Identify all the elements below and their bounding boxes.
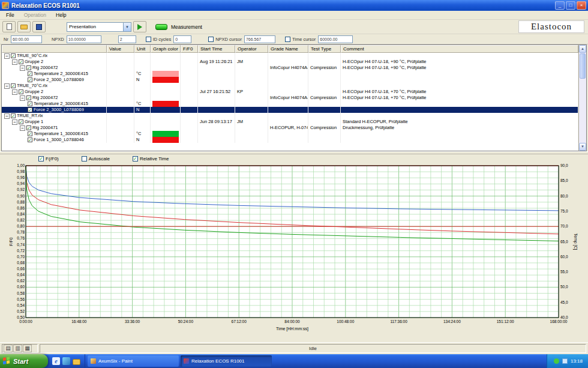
- id-cycles-input[interactable]: [173, 35, 191, 43]
- table-row[interactable]: ✓Force 2_3000_L0788069N: [2, 77, 578, 83]
- row-checkbox[interactable]: ✓: [26, 125, 31, 130]
- table-row[interactable]: −✓Rig 2000472InfoCopur H4074A-NECompress…: [2, 65, 578, 71]
- scroll-down-icon[interactable]: ▼: [579, 143, 586, 151]
- cell-comment: [341, 107, 578, 113]
- scroll-up-icon[interactable]: ▲: [579, 45, 586, 53]
- column-header[interactable]: Graph color: [151, 45, 181, 53]
- column-header[interactable]: Operator: [235, 45, 268, 53]
- menu-item-help[interactable]: Help: [51, 11, 71, 19]
- expander-icon[interactable]: −: [12, 59, 17, 65]
- column-header[interactable]: Comment: [341, 45, 578, 53]
- expander-icon[interactable]: −: [4, 113, 10, 119]
- table-row[interactable]: −✓Gruppe 2Jul 27 16:21:52KPH-ECOpur H4 0…: [2, 89, 578, 95]
- antivirus-tray-icon[interactable]: [554, 358, 559, 364]
- task-button[interactable]: AxumSix - Paint: [88, 355, 179, 367]
- start-measurement-button[interactable]: [133, 21, 146, 32]
- cell-grade: InfoCopur H4074A-NE: [268, 65, 308, 71]
- column-header[interactable]: Grade Name: [268, 45, 308, 53]
- preset-dropdown[interactable]: Presentation ▼: [67, 22, 131, 32]
- table-row[interactable]: −✓TRUE_90°C.rlx: [2, 53, 578, 59]
- small-value-input[interactable]: [118, 35, 136, 43]
- open-button[interactable]: [17, 21, 31, 32]
- network-tray-icon[interactable]: [562, 358, 568, 364]
- tree-cell: ✓Force 2_3000_L0788069: [2, 77, 107, 83]
- folder-icon[interactable]: [73, 359, 80, 365]
- row-checkbox[interactable]: ✓: [19, 89, 23, 94]
- internet-explorer-icon[interactable]: e: [52, 357, 60, 365]
- row-checkbox[interactable]: ✓: [11, 83, 16, 88]
- row-checkbox[interactable]: ✓: [26, 65, 31, 70]
- expander-icon[interactable]: −: [4, 53, 10, 59]
- npxd-cursor-checkbox[interactable]: NPXD cursor: [208, 37, 242, 42]
- row-checkbox[interactable]: ✓: [28, 77, 32, 82]
- table-row[interactable]: ✓Temperature 1_30000E415°C: [2, 131, 578, 137]
- svg-text:0,98: 0,98: [17, 169, 25, 173]
- expander-icon[interactable]: −: [20, 65, 25, 71]
- npxd-cursor-input[interactable]: [244, 35, 275, 43]
- grid-view-button[interactable]: ▦: [23, 345, 32, 352]
- column-header[interactable]: Test Type: [308, 45, 341, 53]
- task-button[interactable]: Relaxation ECOS R1001: [181, 355, 272, 367]
- table-row[interactable]: −✓Rig 2000471H-ECOPUR, H-074-UCompressio…: [2, 125, 578, 131]
- expander-icon[interactable]: −: [20, 125, 25, 131]
- row-checkbox[interactable]: ✓: [26, 95, 31, 100]
- table-row[interactable]: −✓Rig 2000472InfoCopur H4074A-NECompress…: [2, 95, 578, 101]
- expander-icon[interactable]: −: [12, 119, 17, 125]
- chart-option-autoscale[interactable]: Autoscale: [82, 156, 110, 161]
- time-cursor-input[interactable]: [318, 35, 353, 43]
- cell-start: [198, 131, 235, 137]
- table-row[interactable]: −✓Gruppe 2Aug 19 11:26:21JMH-ECOpur H4 0…: [2, 59, 578, 65]
- row-checkbox[interactable]: ✓: [19, 119, 23, 124]
- scrollbar-thumb[interactable]: [580, 53, 586, 79]
- close-button[interactable]: ×: [577, 1, 586, 10]
- row-checkbox[interactable]: ✓: [28, 107, 32, 112]
- row-checkbox[interactable]: ✓: [28, 71, 32, 76]
- cell-start: [198, 107, 235, 113]
- table-row[interactable]: −✓Gruppe 1Jun 28 09:13:17JMStandard H-EC…: [2, 119, 578, 125]
- save-button[interactable]: [32, 21, 46, 32]
- table-row[interactable]: ✓Temperature 2_30000E415°C: [2, 71, 578, 77]
- table-row[interactable]: −✓TRUE_70°C.rlx: [2, 83, 578, 89]
- chart-option-f-f0[interactable]: ✓F(/F0): [38, 156, 59, 161]
- menu-item-operation[interactable]: Operation: [19, 11, 51, 19]
- row-checkbox[interactable]: ✓: [28, 131, 32, 136]
- expander-icon[interactable]: −: [12, 89, 17, 95]
- row-checkbox[interactable]: ✓: [28, 101, 32, 106]
- minimize-button[interactable]: _: [555, 1, 565, 10]
- chart-option-relative-time[interactable]: ✓Relative Time: [133, 156, 169, 161]
- column-header[interactable]: Start Time: [198, 45, 235, 53]
- column-header[interactable]: F/F0: [181, 45, 198, 53]
- cell-grade: [268, 83, 308, 89]
- expander-icon[interactable]: −: [4, 83, 10, 89]
- table-scrollbar[interactable]: ▲ ▼: [578, 45, 586, 151]
- table-row[interactable]: ✓Temperature 2_30000E415°C: [2, 101, 578, 107]
- column-header[interactable]: Unit: [134, 45, 151, 53]
- cell-testtype: [308, 59, 341, 65]
- row-label: Gruppe 1: [25, 119, 43, 125]
- npxd-input[interactable]: [67, 35, 101, 43]
- column-header[interactable]: [2, 45, 107, 53]
- nr-input[interactable]: [11, 35, 42, 43]
- row-checkbox[interactable]: ✓: [19, 59, 23, 64]
- time-cursor-checkbox[interactable]: Time cursor: [285, 37, 316, 42]
- chart-option-label: F(/F0): [46, 156, 59, 161]
- start-button[interactable]: Start: [0, 354, 48, 368]
- cell-unit: [134, 83, 151, 89]
- table-view-button[interactable]: ▤: [4, 345, 13, 352]
- table-row[interactable]: −✓TRUE_RT.rlx: [2, 113, 578, 119]
- app-icon: [2, 2, 9, 9]
- cell-grade: [268, 107, 308, 113]
- column-header[interactable]: Value: [107, 45, 134, 53]
- maximize-button[interactable]: □: [566, 1, 575, 10]
- id-cycles-checkbox[interactable]: ID cycles: [146, 37, 171, 42]
- show-desktop-icon[interactable]: [62, 357, 70, 365]
- row-checkbox[interactable]: ✓: [11, 53, 16, 58]
- row-checkbox[interactable]: ✓: [11, 113, 16, 118]
- split-view-button[interactable]: ▥: [13, 345, 22, 352]
- menu-item-file[interactable]: File: [1, 11, 19, 19]
- table-row[interactable]: ✓Force 1_3000_L0788046N: [2, 137, 578, 143]
- expander-icon[interactable]: −: [20, 95, 25, 101]
- new-button[interactable]: [2, 21, 16, 32]
- table-row[interactable]: ✓Force 2_3000_L0788069N: [2, 107, 578, 113]
- row-checkbox[interactable]: ✓: [28, 137, 32, 142]
